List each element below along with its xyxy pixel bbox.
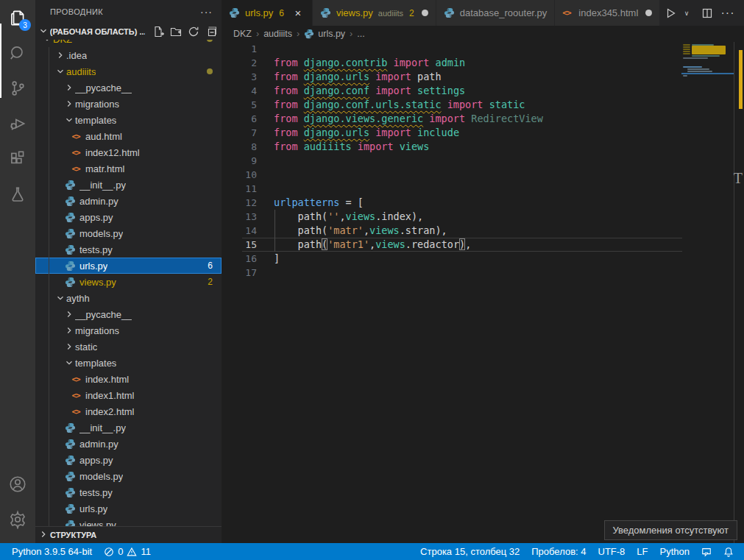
- tree-item-aud-html[interactable]: <>aud.html: [35, 128, 222, 144]
- code-line-14[interactable]: 14 path('matr',views.stran),: [222, 224, 744, 238]
- line-number[interactable]: 7: [222, 126, 257, 140]
- line-number[interactable]: 4: [222, 84, 257, 98]
- indentation-setting[interactable]: Пробелов: 4: [527, 543, 590, 560]
- modified-dot-icon[interactable]: [645, 10, 652, 16]
- collapse-all-icon[interactable]: [205, 26, 217, 38]
- tree-item-views-py[interactable]: views.py2: [35, 274, 222, 290]
- python-interpreter[interactable]: Python 3.9.5 64-bit: [7, 543, 96, 560]
- editor-more-icon[interactable]: ···: [719, 4, 737, 22]
- tree-item-urls-py[interactable]: urls.py: [35, 500, 222, 517]
- breadcrumb-item-audiiits[interactable]: audiiits: [263, 29, 292, 39]
- tree-item-tests-py[interactable]: tests.py: [35, 241, 222, 258]
- tree-item-static[interactable]: static: [35, 339, 222, 355]
- refresh-icon[interactable]: [188, 26, 199, 38]
- line-number[interactable]: 10: [222, 168, 257, 182]
- accounts-icon[interactable]: [0, 467, 35, 502]
- modified-dot-icon[interactable]: [422, 10, 428, 16]
- code-line-4[interactable]: 4from django.conf import settings: [222, 84, 744, 98]
- tree-item-index12-html[interactable]: <>index12.html: [35, 144, 222, 160]
- line-number[interactable]: 5: [222, 98, 257, 112]
- code-line-6[interactable]: 6from django.views.generic import Redire…: [222, 112, 744, 126]
- line-number[interactable]: 6: [222, 112, 257, 126]
- run-dropdown-icon[interactable]: ∨: [678, 4, 695, 22]
- testing-icon[interactable]: [0, 177, 35, 212]
- tree-item-templates[interactable]: templates: [35, 112, 222, 128]
- encoding-setting[interactable]: UTF-8: [594, 543, 630, 560]
- breadcrumb-item-urls-py[interactable]: urls.py: [304, 29, 345, 39]
- line-number[interactable]: 9: [222, 154, 257, 168]
- line-number[interactable]: 15: [222, 238, 257, 252]
- workspace-section-header[interactable]: (РАБОЧАЯ ОБЛАСТЬ) ...: [35, 24, 222, 40]
- new-file-icon[interactable]: [152, 26, 164, 38]
- settings-gear-icon[interactable]: [0, 502, 35, 537]
- tree-item-models-py[interactable]: models.py: [35, 225, 222, 241]
- tree-item-matr-html[interactable]: <>matr.html: [35, 160, 222, 177]
- tree-item-migrations[interactable]: migrations: [35, 96, 222, 112]
- source-control-icon[interactable]: [0, 71, 35, 106]
- line-number[interactable]: 2: [222, 56, 257, 70]
- tree-item-models-py[interactable]: models.py: [35, 468, 222, 484]
- tree-item-apps-py[interactable]: apps.py: [35, 209, 222, 225]
- code-line-15[interactable]: 15 path('matr1',views.redactor),: [222, 238, 744, 252]
- tree-item-admin-py[interactable]: admin.py: [35, 436, 222, 452]
- eol-setting[interactable]: LF: [632, 543, 652, 560]
- minimap[interactable]: [681, 42, 734, 543]
- split-editor-icon[interactable]: [698, 4, 716, 22]
- tree-item-aythh[interactable]: aythh: [35, 290, 222, 306]
- language-mode[interactable]: Python: [656, 543, 694, 560]
- tree-item-pycache[interactable]: __pycache__: [35, 79, 222, 96]
- line-number[interactable]: 17: [222, 266, 257, 280]
- cursor-position[interactable]: Строка 15, столбец 32: [416, 543, 524, 560]
- tree-item-index-html[interactable]: <>index.html: [35, 371, 222, 387]
- line-number[interactable]: 12: [222, 196, 257, 210]
- code-line-5[interactable]: 5from django.conf.urls.static import sta…: [222, 98, 744, 112]
- tab-views-py[interactable]: views.pyaudiiits2: [313, 0, 436, 26]
- code-line-11[interactable]: 11: [222, 182, 744, 196]
- run-debug-icon[interactable]: [0, 106, 35, 141]
- tab-index345-html[interactable]: <>index345.html: [555, 0, 660, 26]
- tree-item-pycache[interactable]: __pycache__: [35, 306, 222, 322]
- tree-item-templates[interactable]: templates: [35, 355, 222, 371]
- code-line-2[interactable]: 2from django.contrib import admin: [222, 56, 744, 70]
- code-line-8[interactable]: 8from audiiits import views: [222, 140, 744, 154]
- line-number[interactable]: 1: [222, 42, 257, 56]
- code-line-12[interactable]: 12urlpatterns = [: [222, 196, 744, 210]
- code-line-16[interactable]: 16]: [222, 252, 744, 266]
- tree-item-tests-py[interactable]: tests.py: [35, 484, 222, 500]
- code-editor[interactable]: 12from django.contrib import admin3from …: [222, 42, 744, 543]
- code-line-10[interactable]: 10: [222, 168, 744, 182]
- tree-item-dkz[interactable]: DKZ: [35, 40, 222, 47]
- code-line-13[interactable]: 13 path('',views.index),: [222, 210, 744, 224]
- close-icon[interactable]: ×: [291, 7, 305, 19]
- editor-scrollbar[interactable]: T: [734, 42, 744, 543]
- line-number[interactable]: 13: [222, 210, 257, 224]
- tree-item-init-py[interactable]: __init__.py: [35, 177, 222, 193]
- search-icon[interactable]: [0, 35, 35, 71]
- extensions-icon[interactable]: [0, 141, 35, 177]
- tree-item-views-py[interactable]: views.py: [35, 517, 222, 526]
- feedback-icon[interactable]: [697, 543, 716, 560]
- explorer-icon[interactable]: 3: [0, 0, 35, 35]
- tree-item-index1-html[interactable]: <>index1.html: [35, 387, 222, 403]
- tree-item-index2-html[interactable]: <>index2.html: [35, 403, 222, 419]
- tree-item-migrations[interactable]: migrations: [35, 322, 222, 339]
- line-number[interactable]: 3: [222, 70, 257, 84]
- line-number[interactable]: 16: [222, 252, 257, 266]
- code-line-9[interactable]: 9: [222, 154, 744, 168]
- run-button[interactable]: [662, 4, 679, 22]
- tree-item-audiiits[interactable]: audiiits: [35, 63, 222, 79]
- tree-item-admin-py[interactable]: admin.py: [35, 193, 222, 209]
- code-line-3[interactable]: 3from django.urls import path: [222, 70, 744, 84]
- tree-item-init-py[interactable]: __init__.py: [35, 419, 222, 436]
- new-folder-icon[interactable]: [170, 26, 182, 38]
- sidebar-more-icon[interactable]: ···: [200, 6, 213, 18]
- breadcrumb-item-[interactable]: ...: [357, 29, 364, 39]
- line-number[interactable]: 11: [222, 182, 257, 196]
- code-line-1[interactable]: 1: [222, 42, 744, 56]
- outline-section-header[interactable]: СТРУКТУРА: [35, 526, 222, 543]
- tab-database-roouter-py[interactable]: database_roouter.py: [436, 0, 556, 26]
- breadcrumb-item-dkz[interactable]: DKZ: [233, 29, 252, 39]
- tree-item-idea[interactable]: .idea: [35, 47, 222, 63]
- tab-urls-py[interactable]: urls.py6×: [222, 0, 313, 26]
- tree-item-apps-py[interactable]: apps.py: [35, 452, 222, 468]
